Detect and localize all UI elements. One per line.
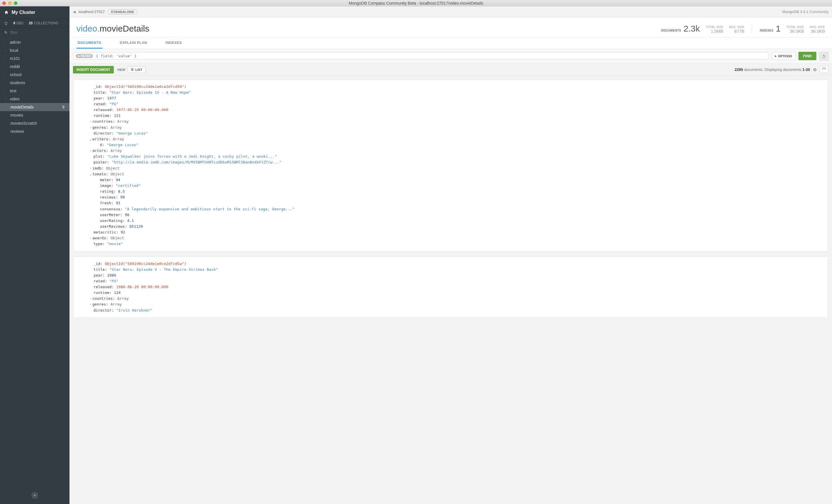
tab-indexes[interactable]: INDEXES [164, 37, 183, 49]
chevron-right-icon: › [4, 49, 7, 52]
host-label[interactable]: localhost:27017 [78, 9, 105, 14]
sidebar: My Cluster 8DBS 20COLLECTIONS ›admin ›lo… [0, 6, 70, 504]
collapse-toggle[interactable]: ⌄ [89, 136, 92, 142]
collection-count: 20COLLECTIONS [29, 21, 58, 25]
chevron-right-icon: › [4, 73, 7, 76]
collection-name: movieDetails [100, 24, 149, 33]
doc-avg-size: 677B [729, 29, 745, 33]
sidebar-filter [0, 27, 70, 37]
expand-toggle[interactable]: › [89, 296, 92, 301]
db-count: 8DBS [13, 21, 23, 25]
sidebar-collection-movies[interactable]: movies [10, 111, 70, 119]
idx-total-size: 36.0KB [786, 29, 804, 33]
find-button[interactable]: FIND [799, 52, 816, 60]
stats-documents: DOCUMENTS2.3k TOTAL SIZE1.5MB AVG. SIZE6… [661, 23, 825, 33]
action-bar: INSERT DOCUMENT VIEW ☰LIST 2295 document… [70, 64, 832, 76]
documents-value: 2.3k [683, 24, 700, 33]
window-title: MongoDB Compass Community Beta - localho… [0, 1, 832, 5]
view-label: VIEW [117, 68, 125, 72]
chevron-right-icon: › [4, 57, 7, 60]
window-titlebar: MongoDB Compass Community Beta - localho… [0, 0, 832, 6]
chevron-right-icon: › [4, 81, 7, 84]
refresh-icon [822, 68, 826, 72]
filter-input[interactable] [96, 54, 766, 58]
add-button[interactable]: ＋ [31, 492, 38, 499]
overview: video.movieDetails DOCUMENTS2.3k TOTAL S… [70, 17, 832, 37]
pager: 2295 documents. Displaying documents 1-2… [735, 66, 829, 74]
view-list-button[interactable]: ☰LIST [128, 66, 146, 73]
indexes-label: INDEXES [760, 29, 773, 32]
pager-total: 2295 [735, 68, 743, 72]
indexes-value: 1 [776, 24, 781, 33]
expand-toggle[interactable]: › [89, 118, 92, 125]
sidebar-stats: 8DBS 20COLLECTIONS [0, 19, 70, 27]
reset-icon [822, 54, 826, 58]
add-database: ＋ [0, 492, 70, 499]
info-icon[interactable] [813, 68, 817, 72]
expand-toggle[interactable]: › [89, 125, 92, 131]
insert-document-button[interactable]: INSERT DOCUMENT [73, 66, 114, 74]
filter-input-wrapper: ●FILTER [73, 52, 769, 60]
filter-badge: ●FILTER [76, 54, 93, 58]
doc-total-size: 1.5MB [706, 29, 723, 33]
document-card[interactable]: _id: ObjectId("569190cc24de1e0ce2dfcd5a"… [74, 257, 828, 318]
search-icon [4, 30, 8, 34]
chevron-right-icon: › [4, 41, 7, 44]
filter-bar: ●FILTER ▸OPTIONS FIND [70, 49, 832, 64]
namespace: video.movieDetails [76, 24, 149, 33]
cluster-name: My Cluster [11, 10, 35, 15]
sidebar-item-test[interactable]: ›test [0, 87, 70, 95]
expand-toggle[interactable]: › [89, 148, 92, 154]
cluster-header[interactable]: My Cluster [0, 6, 70, 19]
sidebar-collection-moviesScratch[interactable]: moviesScratch [10, 119, 70, 127]
sidebar-filter-input[interactable] [10, 30, 66, 35]
sidebar-collection-reviews[interactable]: reviews [10, 127, 70, 135]
sidebar-item-school[interactable]: ›school [0, 71, 70, 79]
sidebar-item-students[interactable]: ›students [0, 79, 70, 87]
topology-pill[interactable]: STANDALONE [108, 9, 137, 15]
db-name: video [76, 24, 97, 33]
chevron-right-icon: › [4, 65, 7, 68]
trash-icon[interactable] [61, 105, 66, 109]
documents-label: DOCUMENTS [661, 29, 681, 32]
server-version: MongoDB 3.4.1 Community [782, 9, 829, 14]
tab-explain[interactable]: EXPLAIN PLAN [119, 37, 148, 49]
tabs: DOCUMENTS EXPLAIN PLAN INDEXES [70, 37, 832, 49]
collapse-toggle[interactable]: ⌄ [89, 171, 92, 177]
pager-range: 1-20 [803, 68, 810, 72]
tab-documents[interactable]: DOCUMENTS [76, 37, 102, 49]
chevron-down-icon: › [4, 98, 7, 100]
refresh-button[interactable] [820, 66, 829, 74]
refresh-icon[interactable] [4, 21, 8, 25]
expand-toggle[interactable]: › [89, 301, 92, 307]
main-panel: ◀ localhost:27017 STANDALONE MongoDB 3.4… [70, 6, 832, 504]
home-icon [4, 10, 9, 15]
sidebar-item-m101[interactable]: ›m101 [0, 54, 70, 62]
sidebar-collection-movieDetails[interactable]: movieDetails [0, 103, 70, 111]
topbar: ◀ localhost:27017 STANDALONE MongoDB 3.4… [70, 6, 832, 17]
options-button[interactable]: ▸OPTIONS [772, 52, 796, 60]
sidebar-item-local[interactable]: ›local [0, 46, 70, 54]
expand-toggle[interactable]: › [89, 235, 92, 241]
expand-toggle[interactable]: › [89, 165, 92, 171]
reset-button[interactable] [819, 52, 829, 60]
sidebar-item-reddit[interactable]: ›reddit [0, 62, 70, 71]
sidebar-item-video[interactable]: ›video [0, 95, 70, 103]
back-button[interactable]: ◀ [73, 10, 76, 14]
sidebar-item-admin[interactable]: ›admin [0, 38, 70, 46]
documents-list[interactable]: _id: ObjectId("569190cc24de1e0ce2dfcd59"… [70, 76, 832, 504]
document-card[interactable]: _id: ObjectId("569190cc24de1e0ce2dfcd59"… [74, 80, 828, 251]
chevron-right-icon: › [4, 89, 7, 92]
list-icon: ☰ [131, 68, 134, 72]
database-tree: ›admin ›local ›m101 ›reddit ›school ›stu… [0, 37, 70, 492]
idx-avg-size: 36.0KB [810, 29, 825, 33]
